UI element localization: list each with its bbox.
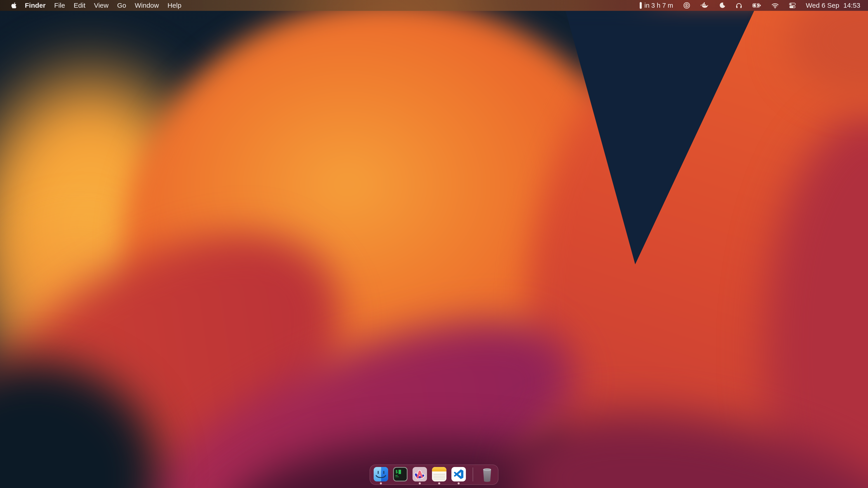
menu-bar-status: in 3 h 7 m (640, 2, 868, 9)
1password-menu-extra[interactable] (683, 2, 690, 9)
vertical-pill-icon (640, 2, 642, 9)
docker-menu-extra[interactable] (700, 2, 709, 8)
dock-item-vscode[interactable] (452, 467, 466, 485)
notes-icon (432, 467, 446, 482)
svg-text:$: $ (395, 469, 398, 474)
running-indicator (419, 482, 421, 484)
dock-item-terminal[interactable]: $ (393, 467, 408, 485)
running-indicator (438, 482, 440, 484)
dock-item-finder[interactable] (374, 467, 388, 485)
menu-item-help[interactable]: Help (163, 2, 186, 9)
trash-icon (480, 467, 494, 483)
dock-item-arc[interactable] (412, 467, 427, 485)
menu-item-window[interactable]: Window (130, 2, 163, 9)
running-indicator (458, 482, 460, 484)
menu-bar: Finder File Edit View Go Window Help in … (0, 0, 868, 11)
dock-item-trash[interactable] (480, 467, 494, 485)
terminal-icon: $ (393, 467, 408, 482)
audio-output-menu-extra[interactable] (736, 2, 742, 8)
focus-menu-extra[interactable] (719, 2, 725, 9)
menu-bar-left: Finder File Edit View Go Window Help (0, 2, 186, 9)
control-center-icon (789, 2, 796, 8)
timer-countdown-label: in 3 h 7 m (645, 2, 673, 9)
docker-icon (700, 2, 709, 8)
arc-browser-icon (412, 467, 427, 482)
menu-bar-clock[interactable]: Wed 6 Sep 14:53 (806, 2, 860, 9)
desktop-wallpaper[interactable] (0, 0, 868, 488)
running-indicator (380, 482, 382, 484)
menu-item-file[interactable]: File (50, 2, 69, 9)
dock: $ (370, 464, 498, 485)
menu-item-go[interactable]: Go (113, 2, 130, 9)
dock-separator (473, 467, 473, 482)
timer-menu-extra[interactable]: in 3 h 7 m (640, 2, 673, 9)
menu-item-edit[interactable]: Edit (69, 2, 90, 9)
vscode-icon (452, 467, 466, 482)
clock-time: 14:53 (843, 2, 860, 9)
apple-logo-icon (11, 2, 17, 9)
apple-menu[interactable] (7, 2, 21, 9)
headphones-icon (736, 2, 742, 8)
battery-menu-extra[interactable] (752, 2, 761, 8)
clock-date: Wed 6 Sep (806, 2, 839, 9)
menu-item-finder[interactable]: Finder (21, 2, 50, 9)
wifi-icon (771, 2, 779, 8)
moon-icon (719, 2, 725, 9)
finder-icon (374, 467, 388, 482)
battery-charging-icon (752, 2, 761, 8)
control-center-menu-extra[interactable] (789, 2, 796, 8)
dock-item-notes[interactable] (432, 467, 446, 485)
1password-icon (683, 2, 690, 9)
wifi-menu-extra[interactable] (771, 2, 779, 8)
menu-item-view[interactable]: View (90, 2, 113, 9)
desktop: Finder File Edit View Go Window Help in … (0, 0, 868, 488)
